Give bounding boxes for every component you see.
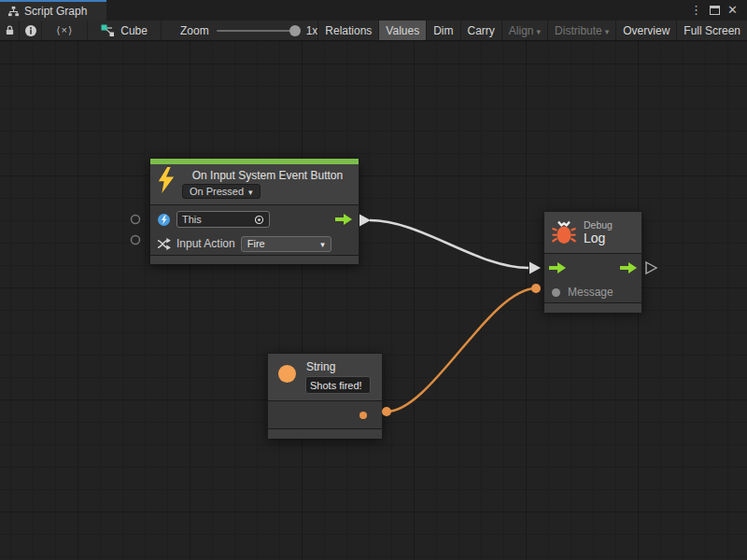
string-value-field[interactable]: Shots fired! xyxy=(305,376,371,394)
maximize-icon[interactable] xyxy=(710,6,720,15)
string-node-footer xyxy=(268,428,382,439)
trigger-wire[interactable] xyxy=(370,220,529,268)
graph-pointer-icon xyxy=(101,24,115,37)
trigger-input-port[interactable] xyxy=(549,262,566,273)
debug-node-category: Debug xyxy=(584,219,613,231)
graph-toolbar: ⟨×⟩ Cube Zoom 1x Relations Values Dim Ca… xyxy=(0,21,747,41)
message-port-label: Message xyxy=(568,286,613,299)
lock-button[interactable] xyxy=(0,21,20,40)
debug-node-title: Log xyxy=(584,231,613,245)
debug-bug-icon xyxy=(552,220,576,245)
tab-title: Script Graph xyxy=(24,5,87,18)
selection-label: Cube xyxy=(120,24,148,37)
overview-button[interactable]: Overview xyxy=(615,21,676,40)
toolbar-buttons: Relations Values Dim Carry Align ▾ Distr… xyxy=(317,21,747,40)
message-port-row: Message xyxy=(544,282,641,302)
string-node-header: String Shots fired! xyxy=(268,354,382,400)
dim-button[interactable]: Dim xyxy=(426,21,459,40)
graph-canvas[interactable]: On Input System Event Button On Pressed … xyxy=(0,41,747,560)
debug-log-node[interactable]: Debug Log Message xyxy=(543,211,642,312)
game-object-icon xyxy=(157,213,171,227)
debug-node-footer xyxy=(544,302,641,313)
zoom-value: 1x xyxy=(306,24,318,37)
string-node-title: String xyxy=(305,359,371,376)
trigger-output-port[interactable] xyxy=(335,214,352,225)
this-port-row: This xyxy=(150,207,359,231)
chevron-down-icon: ▾ xyxy=(248,188,253,197)
event-node-footer xyxy=(150,255,359,264)
close-icon[interactable]: ✕ xyxy=(726,0,740,21)
unconnected-port-circle[interactable] xyxy=(132,236,140,245)
message-input-port[interactable] xyxy=(552,288,560,297)
input-action-port-row: Input Action Fire ▾ xyxy=(150,231,359,256)
debug-node-body: Message xyxy=(544,253,641,302)
value-wire-start-dot xyxy=(382,407,391,416)
graph-icon xyxy=(7,6,20,18)
value-wire-end-dot xyxy=(531,284,541,293)
carry-button[interactable]: Carry xyxy=(460,21,501,40)
kebab-menu-icon[interactable]: ⋮ xyxy=(688,0,704,21)
string-node-body xyxy=(268,400,382,428)
zoom-control: Zoom 1x xyxy=(162,21,317,40)
debug-flow-row xyxy=(544,254,641,282)
align-dropdown[interactable]: Align ▾ xyxy=(501,21,547,40)
string-output-port[interactable] xyxy=(359,412,367,419)
distribute-dropdown[interactable]: Distribute ▾ xyxy=(547,21,615,40)
tab-script-graph[interactable]: Script Graph xyxy=(0,0,106,21)
event-node-body: This xyxy=(150,204,359,255)
script-graph-window: Script Graph ⋮ ✕ ⟨×⟩ xyxy=(0,0,747,560)
on-pressed-dropdown[interactable]: On Pressed ▾ xyxy=(182,184,261,199)
chevron-down-icon: ▾ xyxy=(605,27,610,36)
flow-continuation-triangle[interactable] xyxy=(646,262,656,273)
input-action-dropdown[interactable]: Fire ▾ xyxy=(241,236,331,252)
event-node-title: On Input System Event Button xyxy=(182,167,353,182)
input-action-label: Input Action xyxy=(176,237,235,250)
lock-icon xyxy=(4,24,16,36)
fullscreen-button[interactable]: Full Screen xyxy=(676,21,747,40)
string-type-icon xyxy=(278,365,296,383)
input-action-icon xyxy=(157,238,171,250)
zoom-slider-knob[interactable] xyxy=(289,25,301,36)
code-view-button[interactable]: ⟨×⟩ xyxy=(42,21,88,40)
zoom-label: Zoom xyxy=(180,24,209,37)
value-wire[interactable] xyxy=(387,288,536,412)
trigger-wire-end-arrow xyxy=(529,262,541,274)
tab-bar: Script Graph ⋮ ✕ xyxy=(0,0,747,21)
this-port-field[interactable]: This xyxy=(176,211,270,228)
unconnected-port-circle[interactable] xyxy=(132,216,140,224)
info-icon xyxy=(24,24,37,37)
target-picker-icon[interactable] xyxy=(254,215,264,225)
chevron-down-icon: ▾ xyxy=(537,27,542,36)
relations-button[interactable]: Relations xyxy=(317,21,378,40)
values-button[interactable]: Values xyxy=(378,21,426,40)
debug-node-header: Debug Log xyxy=(544,212,641,253)
selection-segment[interactable]: Cube xyxy=(88,21,162,40)
event-node-header: On Input System Event Button On Pressed … xyxy=(150,164,359,204)
chevron-down-icon: ▾ xyxy=(320,240,325,249)
zoom-slider[interactable] xyxy=(217,30,299,32)
trigger-output-port[interactable] xyxy=(620,262,637,273)
string-literal-node[interactable]: String Shots fired! xyxy=(267,353,383,439)
info-button[interactable] xyxy=(20,21,42,40)
lightning-bolt-icon xyxy=(157,167,176,193)
trigger-wire-start-arrow xyxy=(359,215,371,227)
on-input-system-event-button-node[interactable]: On Input System Event Button On Pressed … xyxy=(149,158,359,264)
window-controls: ⋮ ✕ xyxy=(688,0,747,21)
